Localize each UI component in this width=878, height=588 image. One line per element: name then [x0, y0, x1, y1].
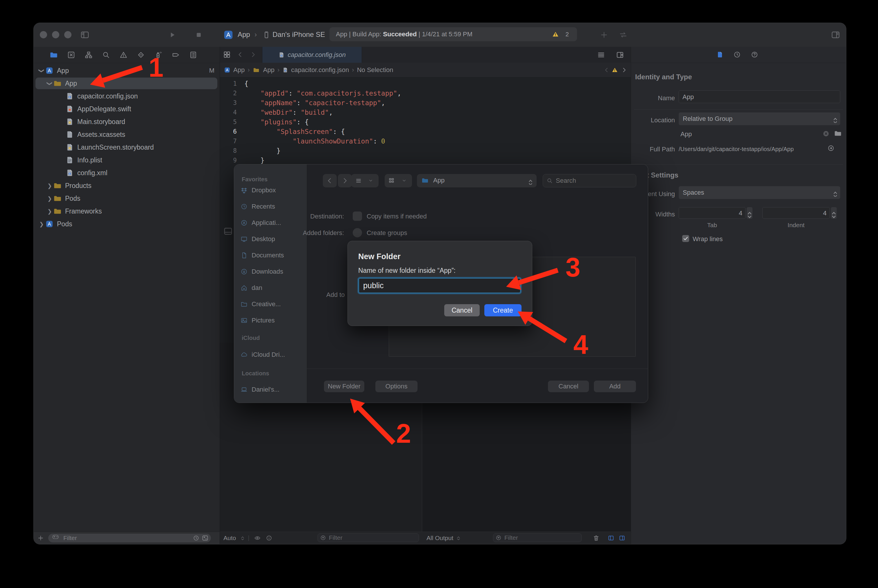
modal-create-button[interactable]: Create	[484, 304, 522, 316]
tree-row-capacitor-config-json[interactable]: capacitor.config.json	[34, 90, 220, 102]
run-destination[interactable]: Dan's iPhone SE	[273, 30, 325, 39]
list-view-button[interactable]	[351, 174, 378, 188]
navigator-filter-input[interactable]	[63, 534, 159, 542]
tree-row-main-storyboard[interactable]: Main.storyboard	[34, 116, 220, 128]
folder-select[interactable]: App	[417, 174, 537, 188]
indent-width-stepper[interactable]	[831, 207, 837, 219]
help-inspector-tab[interactable]	[751, 51, 758, 58]
modal-cancel-button[interactable]: Cancel	[444, 304, 480, 316]
navigator-tab-folderfill[interactable]	[50, 51, 58, 59]
code-line-6[interactable]: 6 "SplashScreen": {	[220, 127, 631, 136]
code-line-1[interactable]: 1{	[220, 79, 631, 88]
tree-row-info-plist[interactable]: Info.plist	[34, 154, 220, 166]
options-button[interactable]: Options	[375, 381, 417, 392]
tree-row-pods[interactable]: ❯Pods	[34, 218, 220, 230]
tree-row-app[interactable]: ❯App	[34, 77, 220, 90]
sidebar-item-icloud-dri-[interactable]: iCloud Dri...	[240, 350, 305, 360]
code-line-8[interactable]: 8 }	[220, 146, 631, 156]
navigator-filter-field[interactable]	[48, 534, 211, 542]
editor-tab[interactable]: capacitor.config.json	[262, 47, 362, 63]
wrap-lines-checkbox[interactable]	[682, 235, 689, 242]
navigator-tab-search[interactable]	[102, 51, 110, 59]
navigator-tab-listdoc[interactable]	[189, 51, 197, 59]
sidebar-item-downloads[interactable]: Downloads	[240, 267, 305, 277]
previous-issue-icon[interactable]	[603, 67, 610, 73]
sidebar-item-recents[interactable]: Recents	[240, 202, 305, 212]
warning-icon[interactable]	[552, 31, 559, 38]
tree-row-launchscreen-storyboard[interactable]: LaunchScreen.storyboard	[34, 141, 220, 154]
navigator-tab-spray[interactable]	[154, 51, 162, 59]
indent-width-field[interactable]: 4	[762, 207, 830, 219]
code-line-4[interactable]: 4 "webDir": "build",	[220, 108, 631, 117]
sidebar-item-creative-[interactable]: Creative...	[240, 299, 305, 309]
new-folder-button[interactable]: New Folder	[324, 381, 364, 392]
code-line-7[interactable]: 7 "launchShowDuration": 0	[220, 136, 631, 146]
library-add-icon[interactable]	[600, 30, 608, 39]
clear-location-icon[interactable]	[822, 130, 830, 137]
scheme-name[interactable]: App	[238, 30, 250, 39]
add-editor-icon[interactable]	[615, 51, 624, 59]
debug-area-toggle-icon[interactable]	[222, 226, 234, 236]
source-control-filter-icon[interactable]	[202, 534, 209, 542]
folder-name-input[interactable]	[359, 279, 520, 292]
breadcrumb-selection[interactable]: No Selection	[357, 66, 393, 74]
history-inspector-tab[interactable]	[733, 51, 741, 58]
choose-folder-icon[interactable]	[834, 130, 842, 137]
tree-row-products[interactable]: ❯Products	[34, 179, 220, 192]
folder-name-field[interactable]	[358, 278, 521, 293]
location-select[interactable]: Relative to Group	[679, 112, 840, 125]
minimize-traffic-light-icon[interactable]	[52, 31, 59, 38]
navigator-tab-hier[interactable]	[84, 51, 93, 59]
disclosure-collapsed-icon[interactable]: ❯	[38, 221, 45, 228]
recent-files-filter-icon[interactable]	[193, 535, 199, 541]
close-traffic-light-icon[interactable]	[40, 31, 47, 38]
tree-row-app[interactable]: ❯AppM	[34, 64, 220, 77]
file-inspector-tab[interactable]	[716, 51, 723, 58]
console-scope-select[interactable]: All Output	[426, 534, 453, 542]
copy-items-checkbox[interactable]	[353, 212, 362, 221]
name-field[interactable]: App	[679, 90, 840, 103]
dialog-add-button[interactable]: Add	[594, 381, 636, 392]
navigator-tab-xsquare[interactable]	[67, 51, 75, 59]
forward-button[interactable]	[338, 174, 352, 188]
minimap-icon[interactable]	[597, 51, 605, 59]
tree-row-appdelegate-swift[interactable]: AppDelegate.swift	[34, 102, 220, 116]
reveal-path-icon[interactable]	[827, 145, 834, 152]
breadcrumb-file[interactable]: capacitor.config.json	[291, 66, 349, 74]
related-items-icon[interactable]	[223, 51, 231, 58]
navigator-tab-diamond[interactable]	[137, 51, 145, 59]
toggle-navigator-icon[interactable]	[80, 30, 90, 39]
sidebar-item-dropbox[interactable]: Dropbox	[240, 185, 305, 195]
tree-row-frameworks[interactable]: ❯Frameworks	[34, 205, 220, 218]
tab-width-field[interactable]: 4	[679, 207, 746, 219]
disclosure-collapsed-icon[interactable]: ❯	[46, 183, 54, 189]
variables-filter-input[interactable]	[328, 534, 398, 542]
sidebar-item-daniel-s-[interactable]: Daniel's...	[240, 385, 305, 394]
back-button[interactable]	[323, 174, 337, 188]
dialog-cancel-button[interactable]: Cancel	[548, 381, 589, 392]
show-console-icon[interactable]	[618, 535, 626, 541]
breadcrumb-group[interactable]: App	[263, 66, 274, 74]
tree-row-assets-xcassets[interactable]: Assets.xcassets	[34, 128, 220, 141]
run-button[interactable]	[168, 30, 177, 39]
back-icon[interactable]	[237, 51, 244, 58]
disclosure-collapsed-icon[interactable]: ❯	[46, 195, 54, 202]
toggle-inspector-icon[interactable]	[831, 30, 840, 39]
breadcrumb-project[interactable]: App	[233, 66, 245, 74]
navigator-tab-warnline[interactable]	[119, 51, 128, 59]
add-file-icon[interactable]	[37, 534, 44, 542]
quicklook-icon[interactable]	[254, 535, 261, 541]
console-filter-input[interactable]	[504, 534, 565, 542]
search-field[interactable]	[543, 174, 636, 188]
grid-view-button[interactable]	[385, 174, 412, 188]
code-review-icon[interactable]	[618, 30, 628, 39]
sidebar-item-pictures[interactable]: Pictures	[240, 315, 305, 326]
info-icon[interactable]	[266, 535, 272, 541]
sidebar-item-documents[interactable]: Documents	[240, 250, 305, 260]
sidebar-item-dan[interactable]: dan	[240, 283, 305, 293]
warning-count[interactable]: 2	[565, 27, 569, 41]
indent-using-select[interactable]: Spaces	[679, 186, 840, 199]
search-input[interactable]	[555, 177, 625, 185]
tab-width-stepper[interactable]	[747, 207, 752, 219]
create-groups-radio[interactable]	[353, 228, 362, 237]
